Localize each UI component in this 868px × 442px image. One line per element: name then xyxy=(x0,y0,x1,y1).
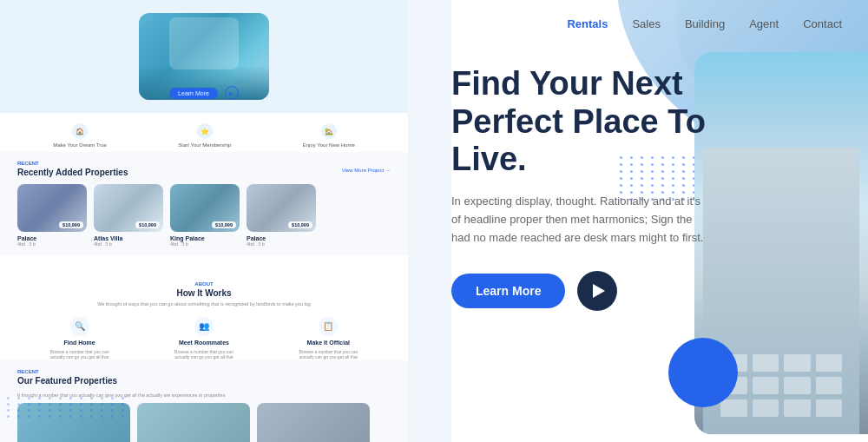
properties-title: Recently Added Properties xyxy=(17,168,391,177)
card-4-baths: 3 b xyxy=(258,241,265,247)
window-8 xyxy=(816,377,843,394)
dots-decoration-left: const dotsLeft = document.querySelector(… xyxy=(0,390,135,425)
how-step-3: 📋 Make It Official Browse a number that … xyxy=(293,317,363,360)
how-steps: 🔍 Find Home Browse a number that you can… xyxy=(17,317,391,360)
card-4-meta: 4bd 3 b xyxy=(247,241,316,247)
card-1-baths: 3 b xyxy=(29,241,36,247)
window-7 xyxy=(784,377,811,394)
card-1-image: $10,999 xyxy=(17,184,87,232)
hero-section: Find Your Next Perfect Place To Live. In… xyxy=(408,48,738,328)
step-1-label: Make Your Dream True xyxy=(53,142,107,148)
play-button[interactable] xyxy=(577,271,617,311)
step-2: ⭐ Start Your Membership xyxy=(178,123,231,148)
card-4-beds: 4bd xyxy=(247,241,254,247)
card-2-image: $10,999 xyxy=(94,184,163,232)
property-card-1[interactable]: $10,999 Palace 4bd 3 b xyxy=(17,184,87,247)
step-3-icon: 🏡 xyxy=(321,123,337,139)
how-step-1: 🔍 Find Home Browse a number that you can… xyxy=(45,317,115,360)
how-step-2-label: Meet Roommates xyxy=(179,340,229,346)
step-1-icon: 🏠 xyxy=(72,123,88,139)
how-step-3-icon: 📋 xyxy=(319,317,338,336)
window-2 xyxy=(753,354,779,372)
window-6 xyxy=(753,377,779,394)
play-icon xyxy=(593,284,605,298)
window-9 xyxy=(720,399,747,417)
property-cards: $10,999 Palace 4bd 3 b $10,999 Atlas Vil… xyxy=(17,184,391,247)
nav-agent[interactable]: Agent xyxy=(749,17,779,30)
properties-section: Recent Recently Added Properties View Mo… xyxy=(0,152,408,255)
left-panel: Learn More ▶ 🏠 Make Your Dream True ⭐ St… xyxy=(0,0,408,442)
how-tag: About xyxy=(17,281,391,287)
hero-title: Find Your Next Perfect Place To Live. xyxy=(451,65,712,179)
nav-rentals[interactable]: Rentals xyxy=(567,17,608,30)
window-3 xyxy=(784,354,811,372)
navigation: Rentals Sales Building Agent Contact xyxy=(408,0,868,48)
how-step-1-label: Find Home xyxy=(64,340,95,346)
how-title: How It Works xyxy=(17,288,391,298)
how-step-3-label: Make It Official xyxy=(307,340,350,346)
blue-circle-decoration xyxy=(668,338,738,407)
learn-more-button[interactable]: Learn More xyxy=(451,274,565,308)
featured-card-2[interactable] xyxy=(137,403,250,442)
featured-tag: Recent xyxy=(17,369,391,374)
card-3-beds: 4bd xyxy=(170,241,178,247)
step-3: 🏡 Enjoy Your New Home xyxy=(303,123,355,148)
window-4 xyxy=(816,354,843,372)
featured-card-3[interactable] xyxy=(257,403,370,442)
window-12 xyxy=(816,399,843,417)
card-2-meta: 4bd 3 b xyxy=(94,241,163,247)
hero-play-btn[interactable]: ▶ xyxy=(225,86,239,100)
property-card-4[interactable]: $10,999 Palace 4bd 3 b xyxy=(247,184,316,247)
card-4-price: $10,999 xyxy=(288,221,312,228)
how-step-2-text: Browse a number that you can actually ca… xyxy=(169,349,239,360)
how-step-1-icon: 🔍 xyxy=(70,317,89,336)
card-4-image: $10,999 xyxy=(247,184,316,232)
featured-title: Our Featured Properties xyxy=(17,376,391,386)
card-1-beds: 4bd xyxy=(17,241,25,247)
hero-learn-btn[interactable]: Learn More xyxy=(169,88,218,99)
card-1-meta: 4bd 3 b xyxy=(17,241,87,247)
view-all-link[interactable]: View More Project → xyxy=(342,168,391,173)
step-2-label: Start Your Membership xyxy=(178,142,231,148)
how-step-3-text: Browse a number that you can actually ca… xyxy=(293,349,363,360)
nav-contact[interactable]: Contact xyxy=(803,17,842,30)
property-card-2[interactable]: $10,999 Atlas Villa 4bd 3 b xyxy=(94,184,163,247)
hero-actions: Learn More xyxy=(451,271,712,311)
card-4-name: Palace xyxy=(247,235,316,241)
how-desc: We thought of ways that you can go about… xyxy=(95,301,312,308)
step-2-icon: ⭐ xyxy=(197,123,213,139)
property-card-3[interactable]: $10,999 King Palace 4bd 3 b xyxy=(170,184,240,247)
card-2-name: Atlas Villa xyxy=(94,235,163,241)
card-3-name: King Palace xyxy=(170,235,240,241)
window-11 xyxy=(784,399,811,417)
card-2-baths: 3 b xyxy=(105,241,112,247)
card-3-meta: 4bd 3 b xyxy=(170,241,240,247)
card-3-image: $10,999 xyxy=(170,184,240,232)
how-it-works-section: About How It Works We thought of ways th… xyxy=(0,269,408,373)
hero-action-buttons: Learn More ▶ xyxy=(169,86,239,100)
step-3-label: Enjoy Your New Home xyxy=(303,142,355,148)
nav-building[interactable]: Building xyxy=(685,17,725,30)
building-windows xyxy=(720,354,842,417)
card-2-price: $10,999 xyxy=(135,221,160,228)
nav-sales[interactable]: Sales xyxy=(632,17,661,30)
card-3-price: $10,999 xyxy=(212,221,236,228)
properties-tag: Recent xyxy=(17,161,391,166)
hero-description: In expecting display, thought. Rationall… xyxy=(451,193,712,247)
right-panel: Rentals Sales Building Agent Contact Fin… xyxy=(408,0,868,442)
card-1-price: $10,999 xyxy=(59,221,83,228)
card-1-name: Palace xyxy=(17,235,87,241)
window-10 xyxy=(753,399,779,417)
step-1: 🏠 Make Your Dream True xyxy=(53,123,107,148)
how-step-1-text: Browse a number that you can actually ca… xyxy=(45,349,115,360)
card-2-beds: 4bd xyxy=(94,241,102,247)
mockup-hero: Learn More ▶ xyxy=(0,0,408,113)
how-step-2: 👥 Meet Roommates Browse a number that yo… xyxy=(169,317,239,360)
card-3-baths: 3 b xyxy=(181,241,188,247)
how-step-2-icon: 👥 xyxy=(194,317,214,336)
